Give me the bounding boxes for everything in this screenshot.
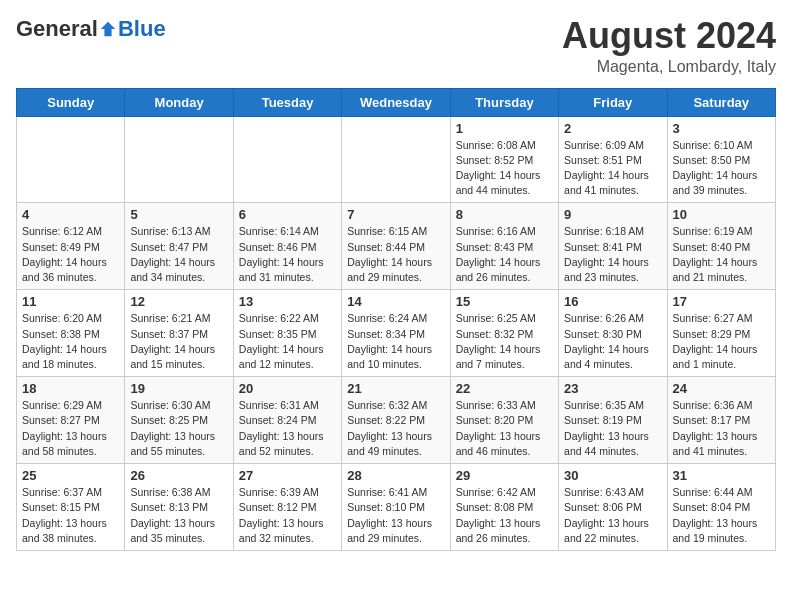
day-number: 9 [564,207,661,222]
calendar-day-cell [342,116,450,203]
calendar-header-row: SundayMondayTuesdayWednesdayThursdayFrid… [17,88,776,116]
day-number: 20 [239,381,336,396]
day-info-text: Sunrise: 6:08 AM Sunset: 8:52 PM Dayligh… [456,138,553,199]
calendar-day-cell: 3Sunrise: 6:10 AM Sunset: 8:50 PM Daylig… [667,116,775,203]
day-number: 21 [347,381,444,396]
day-number: 28 [347,468,444,483]
calendar-day-cell: 13Sunrise: 6:22 AM Sunset: 8:35 PM Dayli… [233,290,341,377]
day-number: 25 [22,468,119,483]
day-of-week-header: Monday [125,88,233,116]
logo-general-text: General [16,16,98,42]
day-number: 11 [22,294,119,309]
day-info-text: Sunrise: 6:31 AM Sunset: 8:24 PM Dayligh… [239,398,336,459]
calendar-day-cell: 31Sunrise: 6:44 AM Sunset: 8:04 PM Dayli… [667,464,775,551]
calendar-day-cell: 9Sunrise: 6:18 AM Sunset: 8:41 PM Daylig… [559,203,667,290]
calendar-day-cell: 5Sunrise: 6:13 AM Sunset: 8:47 PM Daylig… [125,203,233,290]
calendar-day-cell: 19Sunrise: 6:30 AM Sunset: 8:25 PM Dayli… [125,377,233,464]
calendar-week-row: 4Sunrise: 6:12 AM Sunset: 8:49 PM Daylig… [17,203,776,290]
day-number: 26 [130,468,227,483]
day-of-week-header: Sunday [17,88,125,116]
title-block: August 2024 Magenta, Lombardy, Italy [562,16,776,76]
calendar-week-row: 25Sunrise: 6:37 AM Sunset: 8:15 PM Dayli… [17,464,776,551]
calendar-day-cell: 17Sunrise: 6:27 AM Sunset: 8:29 PM Dayli… [667,290,775,377]
day-number: 4 [22,207,119,222]
day-info-text: Sunrise: 6:13 AM Sunset: 8:47 PM Dayligh… [130,224,227,285]
calendar-day-cell: 24Sunrise: 6:36 AM Sunset: 8:17 PM Dayli… [667,377,775,464]
day-info-text: Sunrise: 6:20 AM Sunset: 8:38 PM Dayligh… [22,311,119,372]
calendar-day-cell: 30Sunrise: 6:43 AM Sunset: 8:06 PM Dayli… [559,464,667,551]
calendar-day-cell [17,116,125,203]
day-info-text: Sunrise: 6:27 AM Sunset: 8:29 PM Dayligh… [673,311,770,372]
calendar-week-row: 11Sunrise: 6:20 AM Sunset: 8:38 PM Dayli… [17,290,776,377]
svg-marker-0 [101,22,115,36]
calendar-day-cell: 4Sunrise: 6:12 AM Sunset: 8:49 PM Daylig… [17,203,125,290]
day-info-text: Sunrise: 6:43 AM Sunset: 8:06 PM Dayligh… [564,485,661,546]
day-number: 17 [673,294,770,309]
day-info-text: Sunrise: 6:29 AM Sunset: 8:27 PM Dayligh… [22,398,119,459]
calendar-day-cell: 7Sunrise: 6:15 AM Sunset: 8:44 PM Daylig… [342,203,450,290]
calendar-day-cell: 26Sunrise: 6:38 AM Sunset: 8:13 PM Dayli… [125,464,233,551]
day-number: 23 [564,381,661,396]
day-of-week-header: Saturday [667,88,775,116]
calendar-day-cell [125,116,233,203]
location-subtitle: Magenta, Lombardy, Italy [562,58,776,76]
day-info-text: Sunrise: 6:30 AM Sunset: 8:25 PM Dayligh… [130,398,227,459]
logo: General Blue [16,16,166,42]
calendar-week-row: 18Sunrise: 6:29 AM Sunset: 8:27 PM Dayli… [17,377,776,464]
day-number: 5 [130,207,227,222]
day-number: 19 [130,381,227,396]
day-of-week-header: Tuesday [233,88,341,116]
day-info-text: Sunrise: 6:33 AM Sunset: 8:20 PM Dayligh… [456,398,553,459]
day-info-text: Sunrise: 6:14 AM Sunset: 8:46 PM Dayligh… [239,224,336,285]
day-number: 15 [456,294,553,309]
calendar-day-cell: 22Sunrise: 6:33 AM Sunset: 8:20 PM Dayli… [450,377,558,464]
logo-icon [99,20,117,38]
day-info-text: Sunrise: 6:21 AM Sunset: 8:37 PM Dayligh… [130,311,227,372]
day-number: 6 [239,207,336,222]
day-number: 22 [456,381,553,396]
day-of-week-header: Friday [559,88,667,116]
day-info-text: Sunrise: 6:09 AM Sunset: 8:51 PM Dayligh… [564,138,661,199]
calendar-day-cell: 23Sunrise: 6:35 AM Sunset: 8:19 PM Dayli… [559,377,667,464]
day-info-text: Sunrise: 6:32 AM Sunset: 8:22 PM Dayligh… [347,398,444,459]
day-info-text: Sunrise: 6:24 AM Sunset: 8:34 PM Dayligh… [347,311,444,372]
day-info-text: Sunrise: 6:26 AM Sunset: 8:30 PM Dayligh… [564,311,661,372]
day-info-text: Sunrise: 6:15 AM Sunset: 8:44 PM Dayligh… [347,224,444,285]
day-of-week-header: Wednesday [342,88,450,116]
calendar-day-cell: 8Sunrise: 6:16 AM Sunset: 8:43 PM Daylig… [450,203,558,290]
day-info-text: Sunrise: 6:19 AM Sunset: 8:40 PM Dayligh… [673,224,770,285]
calendar-day-cell: 29Sunrise: 6:42 AM Sunset: 8:08 PM Dayli… [450,464,558,551]
day-number: 2 [564,121,661,136]
day-number: 8 [456,207,553,222]
day-info-text: Sunrise: 6:22 AM Sunset: 8:35 PM Dayligh… [239,311,336,372]
calendar-day-cell: 1Sunrise: 6:08 AM Sunset: 8:52 PM Daylig… [450,116,558,203]
day-number: 12 [130,294,227,309]
calendar-day-cell: 15Sunrise: 6:25 AM Sunset: 8:32 PM Dayli… [450,290,558,377]
day-number: 27 [239,468,336,483]
day-number: 24 [673,381,770,396]
day-info-text: Sunrise: 6:37 AM Sunset: 8:15 PM Dayligh… [22,485,119,546]
calendar-day-cell: 16Sunrise: 6:26 AM Sunset: 8:30 PM Dayli… [559,290,667,377]
day-number: 30 [564,468,661,483]
day-number: 29 [456,468,553,483]
calendar-day-cell: 10Sunrise: 6:19 AM Sunset: 8:40 PM Dayli… [667,203,775,290]
day-number: 18 [22,381,119,396]
day-number: 7 [347,207,444,222]
day-info-text: Sunrise: 6:35 AM Sunset: 8:19 PM Dayligh… [564,398,661,459]
day-number: 13 [239,294,336,309]
day-number: 3 [673,121,770,136]
day-info-text: Sunrise: 6:38 AM Sunset: 8:13 PM Dayligh… [130,485,227,546]
day-info-text: Sunrise: 6:44 AM Sunset: 8:04 PM Dayligh… [673,485,770,546]
day-info-text: Sunrise: 6:42 AM Sunset: 8:08 PM Dayligh… [456,485,553,546]
calendar-day-cell [233,116,341,203]
calendar-day-cell: 2Sunrise: 6:09 AM Sunset: 8:51 PM Daylig… [559,116,667,203]
day-info-text: Sunrise: 6:41 AM Sunset: 8:10 PM Dayligh… [347,485,444,546]
day-info-text: Sunrise: 6:25 AM Sunset: 8:32 PM Dayligh… [456,311,553,372]
day-info-text: Sunrise: 6:16 AM Sunset: 8:43 PM Dayligh… [456,224,553,285]
calendar-table: SundayMondayTuesdayWednesdayThursdayFrid… [16,88,776,551]
day-info-text: Sunrise: 6:36 AM Sunset: 8:17 PM Dayligh… [673,398,770,459]
calendar-day-cell: 6Sunrise: 6:14 AM Sunset: 8:46 PM Daylig… [233,203,341,290]
month-year-title: August 2024 [562,16,776,56]
page-header: General Blue August 2024 Magenta, Lombar… [16,16,776,76]
calendar-day-cell: 20Sunrise: 6:31 AM Sunset: 8:24 PM Dayli… [233,377,341,464]
